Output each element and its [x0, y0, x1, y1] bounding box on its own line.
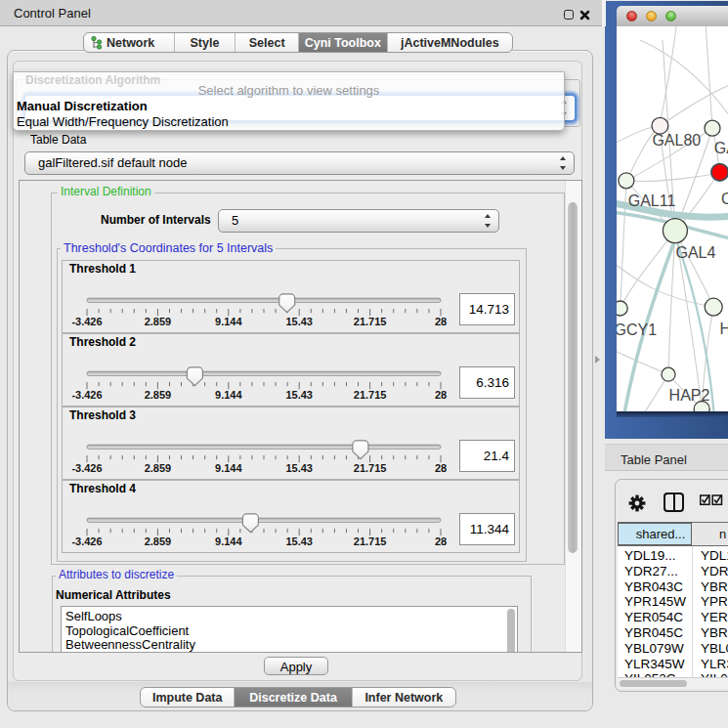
- svg-text:15.43: 15.43: [285, 535, 313, 547]
- svg-text:C: C: [721, 191, 728, 207]
- svg-text:28: 28: [435, 535, 447, 547]
- svg-text:9.144: 9.144: [215, 389, 242, 401]
- svg-text:28: 28: [435, 389, 447, 401]
- svg-text:21.715: 21.715: [354, 462, 387, 474]
- svg-text:GAL11: GAL11: [628, 193, 676, 209]
- svg-text:GAL4: GAL4: [676, 244, 716, 261]
- svg-text:2.859: 2.859: [145, 535, 172, 547]
- svg-text:15.43: 15.43: [285, 389, 313, 401]
- svg-text:9.144: 9.144: [215, 535, 242, 547]
- svg-text:2.859: 2.859: [145, 316, 172, 327]
- svg-text:9.144: 9.144: [215, 462, 242, 474]
- svg-text:GCY1: GCY1: [617, 321, 657, 338]
- svg-text:28: 28: [435, 316, 447, 327]
- svg-text:9.144: 9.144: [215, 316, 242, 327]
- svg-text:-3.426: -3.426: [71, 316, 102, 327]
- svg-text:H: H: [720, 321, 728, 337]
- svg-text:GAL80: GAL80: [652, 132, 701, 149]
- svg-text:21.715: 21.715: [354, 389, 387, 401]
- svg-text:28: 28: [435, 462, 447, 474]
- svg-text:HAP2: HAP2: [669, 387, 710, 404]
- svg-text:GA: GA: [714, 140, 728, 156]
- svg-text:-3.426: -3.426: [71, 462, 102, 474]
- svg-text:-3.426: -3.426: [71, 389, 102, 401]
- svg-text:2.859: 2.859: [145, 462, 172, 474]
- svg-text:21.715: 21.715: [354, 535, 387, 547]
- svg-text:2.859: 2.859: [145, 389, 172, 401]
- svg-text:15.43: 15.43: [285, 462, 313, 474]
- svg-text:-3.426: -3.426: [71, 535, 102, 547]
- svg-text:15.43: 15.43: [285, 316, 313, 327]
- svg-text:21.715: 21.715: [354, 316, 387, 327]
